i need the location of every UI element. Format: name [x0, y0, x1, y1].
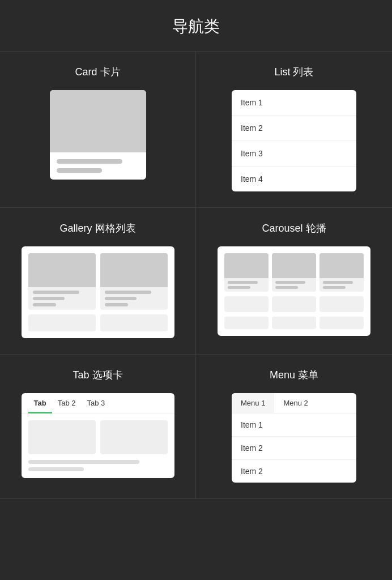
gallery-card-line1 — [105, 291, 151, 294]
tab-content-block — [28, 420, 96, 454]
card-title: Card 卡片 — [11, 65, 184, 79]
tab-component: Tab Tab 2 Tab 3 — [22, 393, 174, 478]
tab-content — [22, 413, 174, 478]
carousel-grid — [224, 253, 364, 292]
tab-3[interactable]: Tab 3 — [81, 393, 110, 413]
tab-header: Tab Tab 2 Tab 3 — [22, 393, 174, 413]
carousel-card[interactable] — [272, 253, 316, 292]
tab-title: Tab 选项卡 — [11, 368, 184, 382]
carousel-card-body — [272, 278, 316, 292]
gallery-card-line3 — [105, 303, 128, 306]
menu-tabs: Menu 1 Menu 2 — [232, 393, 356, 413]
gallery-card-line2 — [33, 297, 65, 300]
list-item[interactable]: Item 3 — [232, 141, 356, 167]
gallery-grid — [28, 253, 168, 310]
page-title: 导航类 — [0, 0, 392, 51]
carousel-row2-card — [224, 296, 269, 312]
gallery-card-image — [100, 253, 168, 287]
carousel-card-line1 — [228, 281, 258, 284]
carousel-card-line2 — [323, 286, 346, 289]
carousel-row3-card — [224, 317, 269, 329]
carousel-row2 — [224, 296, 364, 312]
carousel-card-line2 — [275, 286, 298, 289]
card-line-long — [57, 159, 123, 164]
tab-content-lines — [28, 460, 168, 471]
carousel-card-body — [319, 278, 364, 292]
tab-1[interactable]: Tab — [28, 393, 52, 413]
gallery-card[interactable] — [100, 253, 168, 310]
tab-demo-area: Tab Tab 2 Tab 3 — [11, 393, 184, 478]
carousel-row3-card — [272, 317, 316, 329]
tab-line-long — [28, 460, 140, 464]
card-component[interactable] — [50, 90, 146, 180]
menu-tab-2[interactable]: Menu 2 — [274, 393, 317, 413]
menu-list-item[interactable]: Item 2 — [232, 437, 356, 460]
list-item[interactable]: Item 4 — [232, 167, 356, 191]
carousel-row3-card — [319, 317, 364, 329]
cell-list: List 列表 Item 1 Item 2 Item 3 Item 4 — [196, 52, 392, 208]
card-demo-area — [11, 90, 184, 180]
menu-title: Menu 菜单 — [207, 368, 381, 382]
gallery-card-body — [28, 287, 96, 310]
list-item[interactable]: Item 1 — [232, 90, 356, 116]
gallery-demo-area — [11, 246, 184, 338]
card-line-short — [57, 168, 102, 173]
list-component: Item 1 Item 2 Item 3 Item 4 — [232, 90, 356, 191]
menu-demo-area: Menu 1 Menu 2 Item 1 Item 2 Item 2 — [207, 393, 381, 483]
gallery-card[interactable] — [28, 253, 96, 310]
tab-2[interactable]: Tab 2 — [52, 393, 82, 413]
carousel-row3 — [224, 317, 364, 329]
tab-content-grid — [28, 420, 168, 454]
gallery-card-image — [28, 253, 96, 287]
carousel-demo-area — [207, 246, 381, 336]
tab-line-short — [28, 467, 84, 471]
card-image — [50, 90, 146, 152]
menu-list-item[interactable]: Item 1 — [232, 413, 356, 437]
carousel-row2-card — [272, 296, 316, 312]
carousel-component — [218, 246, 370, 336]
carousel-row2-card — [319, 296, 364, 312]
list-item[interactable]: Item 2 — [232, 116, 356, 141]
carousel-card-line2 — [228, 286, 250, 289]
carousel-card-line1 — [323, 281, 353, 284]
gallery-card-line3 — [33, 303, 56, 306]
cell-menu: Menu 菜单 Menu 1 Menu 2 Item 1 Item 2 Item… — [196, 355, 392, 499]
gallery-title: Gallery 网格列表 — [11, 221, 184, 235]
list-demo-area: Item 1 Item 2 Item 3 Item 4 — [207, 90, 381, 191]
gallery-bottom-card — [100, 314, 168, 331]
tab-content-block — [100, 420, 168, 454]
cell-card: Card 卡片 — [0, 52, 196, 208]
carousel-card-body — [224, 278, 269, 292]
carousel-title: Carousel 轮播 — [207, 221, 381, 235]
gallery-card-body — [100, 287, 168, 310]
carousel-card-image — [224, 253, 269, 278]
menu-tab-1[interactable]: Menu 1 — [232, 393, 274, 413]
gallery-card-line1 — [33, 291, 79, 294]
component-grid: Card 卡片 List 列表 Item 1 Item 2 Item 3 Ite… — [0, 51, 392, 499]
carousel-card-image — [272, 253, 316, 278]
carousel-card[interactable] — [319, 253, 364, 292]
gallery-bottom-card — [28, 314, 96, 331]
cell-gallery: Gallery 网格列表 — [0, 208, 196, 355]
gallery-component — [22, 246, 174, 338]
gallery-bottom-row — [28, 314, 168, 331]
card-body — [50, 152, 146, 180]
carousel-card-line1 — [275, 281, 305, 284]
list-title: List 列表 — [207, 65, 381, 79]
menu-component: Menu 1 Menu 2 Item 1 Item 2 Item 2 — [232, 393, 356, 483]
cell-carousel: Carousel 轮播 — [196, 208, 392, 355]
cell-tab: Tab 选项卡 Tab Tab 2 Tab 3 — [0, 355, 196, 499]
carousel-card-image — [319, 253, 364, 278]
menu-list-item[interactable]: Item 2 — [232, 460, 356, 483]
gallery-card-line2 — [105, 297, 137, 300]
carousel-card[interactable] — [224, 253, 269, 292]
